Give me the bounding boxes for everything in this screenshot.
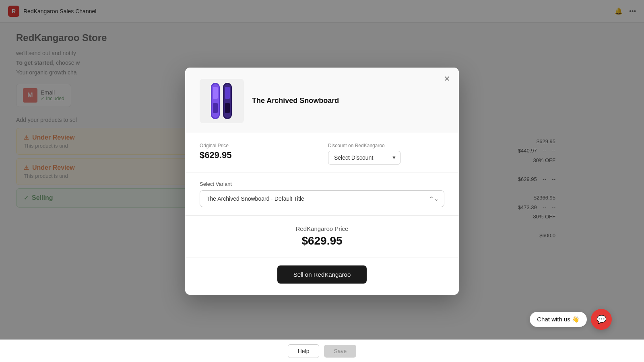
svg-rect-2 — [213, 87, 218, 99]
svg-rect-3 — [213, 103, 218, 113]
discount-select[interactable]: Select Discount 5% OFF 10% OFF 15% OFF 2… — [328, 151, 400, 165]
original-price-label: Original Price — [200, 143, 316, 148]
modal-product-title: The Archived Snowboard — [252, 97, 339, 105]
discount-col: Discount on RedKangaroo Select Discount … — [316, 143, 444, 165]
help-button[interactable]: Help — [288, 344, 320, 358]
rk-price-label: RedKangaroo Price — [200, 225, 444, 232]
chat-icon: 💬 — [597, 315, 607, 324]
variant-label: Select Variant — [200, 181, 444, 187]
variant-select[interactable]: The Archived Snowboard - Default Title — [200, 190, 444, 207]
discount-label: Discount on RedKangaroo — [328, 143, 444, 148]
original-price-value: $629.95 — [200, 150, 316, 160]
chat-button[interactable]: 💬 — [591, 309, 612, 330]
variant-select-wrapper: The Archived Snowboard - Default Title ⌃… — [200, 190, 444, 207]
rk-price-section: RedKangaroo Price $629.95 — [185, 216, 459, 257]
save-button[interactable]: Save — [324, 345, 356, 358]
price-section: Original Price $629.95 Discount on RedKa… — [185, 133, 459, 173]
close-button[interactable]: ✕ — [441, 73, 452, 84]
chat-label: Chat with us 👋 — [530, 312, 587, 327]
sell-button[interactable]: Sell on RedKangaroo — [277, 265, 367, 284]
cta-section: Sell on RedKangaroo — [185, 257, 459, 295]
snowboard-image — [208, 81, 236, 121]
product-image — [200, 79, 244, 123]
discount-select-wrapper: Select Discount 5% OFF 10% OFF 15% OFF 2… — [328, 151, 400, 165]
original-price-col: Original Price $629.95 — [200, 143, 316, 160]
variant-section: Select Variant The Archived Snowboard - … — [185, 173, 459, 216]
svg-rect-6 — [225, 87, 230, 99]
chat-widget: Chat with us 👋 💬 — [530, 309, 612, 330]
svg-rect-7 — [225, 103, 230, 113]
modal-product-header: The Archived Snowboard — [185, 68, 459, 133]
modal-overlay: ✕ The Archived Snowboard — [0, 0, 644, 362]
rk-price-value: $629.95 — [200, 234, 444, 247]
product-modal: ✕ The Archived Snowboard — [185, 68, 459, 295]
footer-bar: Help Save — [0, 339, 644, 362]
